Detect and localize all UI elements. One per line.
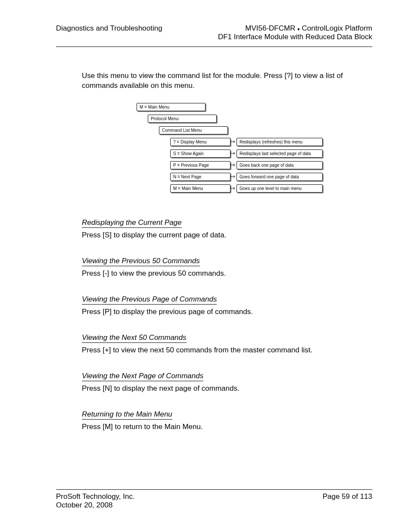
intro-pre: Use this menu to view the command list f… [82,72,285,80]
section-post: to view the previous 50 commands. [109,269,226,277]
page-header: Diagnostics and Troubleshooting MVI56-DF… [56,24,372,47]
section-text: Press [S] to display the current page of… [82,230,372,240]
header-left: Diagnostics and Troubleshooting [56,24,162,33]
header-platform: ControlLogix Platform [300,24,372,32]
section: Redisplaying the Current Page Press [S] … [82,210,372,240]
diagram-desc: Goes back one page of data [237,161,323,169]
section-post: to display the previous page of commands… [112,308,253,316]
footer-date: October 20, 2008 [56,501,135,510]
section-key: [P] [103,308,112,316]
arrow-icon [230,151,237,156]
section-text: Press [P] to display the previous page o… [82,307,372,317]
section: Viewing the Next Page of Commands Press … [82,363,372,394]
diagram-cmd: ? = Display Menu [170,138,230,146]
page: Diagnostics and Troubleshooting MVI56-DF… [0,0,411,532]
section-post: to view the next 50 commands from the ma… [111,346,313,354]
section-key: [M] [103,423,113,431]
section-key: [-] [103,269,109,277]
section-text: Press [-] to view the previous 50 comman… [82,269,372,279]
arrow-icon [230,174,237,179]
diagram-cmd: N = Next Page [170,173,230,181]
diagram-row: N = Next Page Goes forward one page of d… [170,173,318,181]
diagram-cmd: P = Previous Page [170,161,230,169]
footer-company: ProSoft Technology, Inc. [56,492,135,501]
section-key: [N] [103,384,112,392]
header-product: MVI56-DFCMR [245,24,297,32]
section-text: Press [+] to view the next 50 commands f… [82,345,372,355]
header-right: MVI56-DFCMR ♦ ControlLogix Platform DF1 … [218,24,372,41]
section-heading: Viewing the Previous 50 Commands [82,257,200,266]
diagram-row: M = Main Menu Goes up one level to main … [170,184,318,193]
section-pre: Press [82,423,103,431]
page-body: Use this menu to view the command list f… [56,71,372,432]
arrow-icon [230,186,237,190]
header-right-line1: MVI56-DFCMR ♦ ControlLogix Platform [218,24,372,33]
section-pre: Press [82,308,103,316]
section-pre: Press [82,231,103,239]
section-heading: Returning to the Main Menu [82,410,172,420]
diagram-cmd: S = Show Again [170,149,230,158]
section: Returning to the Main Menu Press [M] to … [82,401,372,432]
section-key: [S] [103,231,112,239]
section-key: [+] [103,346,111,354]
section-text: Press [M] to return to the Main Menu. [82,422,372,432]
footer-page: Page 59 of 113 [323,492,372,501]
diagram-node-main: M = Main Menu [137,103,206,111]
header-right-line2: DF1 Interface Module with Reduced Data B… [218,33,372,41]
section-heading: Redisplaying the Current Page [82,218,182,228]
section-heading: Viewing the Next 50 Commands [82,333,187,343]
diagram-desc: Redisplays last selected page of data [237,149,323,158]
footer-left: ProSoft Technology, Inc. October 20, 200… [56,492,135,510]
section-text: Press [N] to display the next page of co… [82,384,372,394]
intro-paragraph: Use this menu to view the command list f… [82,71,372,91]
diagram-row: S = Show Again Redisplays last selected … [170,149,318,158]
footer-right: Page 59 of 113 [323,492,372,510]
section: Viewing the Next 50 Commands Press [+] t… [82,325,372,355]
section: Viewing the Previous Page of Commands Pr… [82,286,372,317]
section-post: to display the next page of commands. [112,384,240,392]
diagram-row: P = Previous Page Goes back one page of … [170,161,318,169]
section: Viewing the Previous 50 Commands Press [… [82,248,372,279]
arrow-icon [230,163,237,167]
arrow-icon [230,140,237,144]
diagram-node-commandlist: Command List Menu [159,126,228,134]
section-heading: Viewing the Previous Page of Commands [82,295,217,305]
section-heading: Viewing the Next Page of Commands [82,372,203,381]
diagram-cmd: M = Main Menu [170,184,230,193]
section-pre: Press [82,384,103,392]
intro-key: [?] [285,72,293,80]
section-post: to display the current page of data. [112,231,227,239]
section-post: to return to the Main Menu. [113,423,203,431]
menu-diagram: M = Main Menu Protocol Menu Command List… [137,103,318,193]
page-footer: ProSoft Technology, Inc. October 20, 200… [56,489,372,510]
diagram-desc: Goes forward one page of data [237,173,323,181]
diagram-row: ? = Display Menu Redisplays (refreshes) … [170,138,318,146]
diagram-desc: Redisplays (refreshes) this menu [237,138,323,146]
section-pre: Press [82,269,103,277]
diagram-node-protocol: Protocol Menu [148,115,217,123]
diagram-desc: Goes up one level to main menu [237,184,323,193]
section-pre: Press [82,346,103,354]
